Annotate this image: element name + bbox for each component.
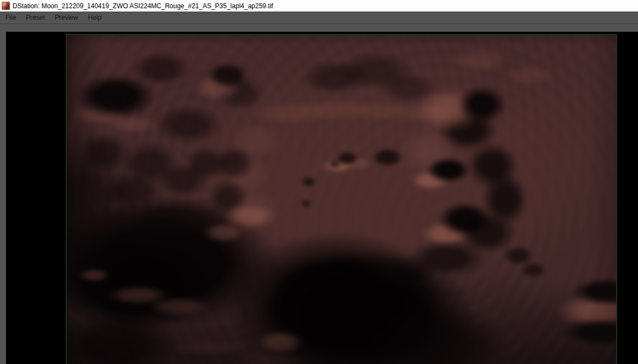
menu-preset[interactable]: Preset [21, 11, 50, 24]
menu-preview[interactable]: Preview [50, 11, 83, 24]
dstation-window: DStation: Moon_212209_140419_ZWO ASI224M… [0, 0, 638, 364]
moon-image [66, 34, 617, 364]
title-bar: DStation: Moon_212209_140419_ZWO ASI224M… [0, 0, 638, 11]
menu-help[interactable]: Help [83, 11, 107, 24]
menu-file[interactable]: File [1, 11, 21, 24]
moon-thumbnail-icon [2, 2, 10, 10]
moon-surface-art [66, 34, 617, 364]
client-area [0, 24, 638, 364]
window-title: DStation: Moon_212209_140419_ZWO ASI224M… [13, 2, 273, 10]
menu-bar: File Preset Preview Help [0, 11, 638, 24]
image-canvas [6, 32, 638, 364]
